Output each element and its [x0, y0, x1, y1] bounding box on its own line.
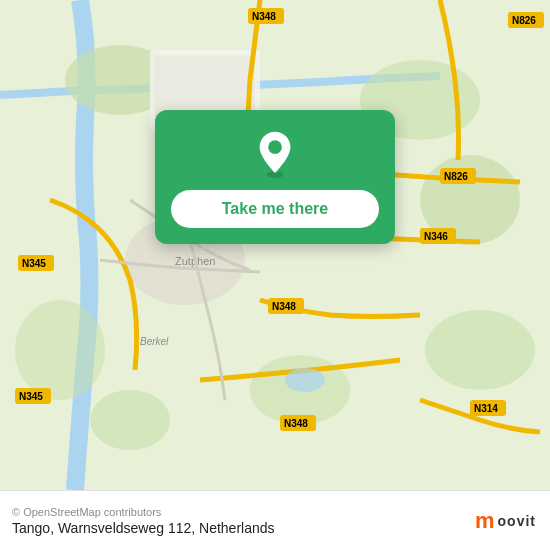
- svg-point-6: [90, 390, 170, 450]
- map-background: Zutphen N348 N826 N826 N345 N345 N346 N3…: [0, 0, 550, 490]
- map-container: Zutphen N348 N826 N826 N345 N345 N346 N3…: [0, 0, 550, 490]
- svg-point-33: [268, 140, 282, 154]
- take-me-there-button[interactable]: Take me there: [171, 190, 379, 228]
- svg-point-31: [285, 368, 325, 392]
- footer-info: © OpenStreetMap contributors Tango, Warn…: [12, 506, 275, 536]
- svg-text:Berkel: Berkel: [140, 336, 169, 347]
- svg-text:N348: N348: [272, 301, 296, 312]
- svg-text:N346: N346: [424, 231, 448, 242]
- svg-text:N348: N348: [252, 11, 276, 22]
- moovit-logo: m oovit: [475, 508, 536, 534]
- svg-point-4: [425, 310, 535, 390]
- svg-text:N826: N826: [444, 171, 468, 182]
- moovit-brand-text: oovit: [498, 513, 536, 529]
- footer: © OpenStreetMap contributors Tango, Warn…: [0, 490, 550, 550]
- copyright-text: © OpenStreetMap contributors: [12, 506, 275, 518]
- svg-text:N348: N348: [284, 418, 308, 429]
- address-text: Tango, Warnsveldseweg 112, Netherlands: [12, 520, 275, 536]
- svg-point-5: [15, 300, 105, 400]
- moovit-m-letter: m: [475, 508, 494, 534]
- svg-text:N314: N314: [474, 403, 498, 414]
- svg-text:N345: N345: [22, 258, 46, 269]
- svg-text:N826: N826: [512, 15, 536, 26]
- location-pin-icon: [251, 130, 299, 178]
- svg-text:N345: N345: [19, 391, 43, 402]
- navigation-card: Take me there: [155, 110, 395, 244]
